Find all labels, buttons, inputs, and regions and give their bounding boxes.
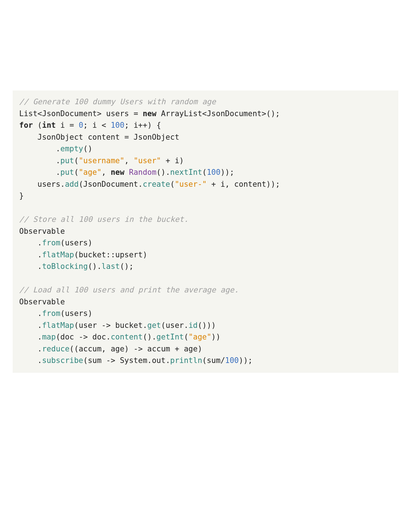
token-punct: :: [106, 250, 115, 259]
token-punct: / [220, 356, 225, 365]
token-type: JsonDocument [42, 109, 97, 118]
token-type: Observable [19, 227, 65, 236]
token-punct: ( [79, 180, 83, 189]
token-plain: sum [88, 356, 106, 365]
token-method: content [111, 333, 143, 341]
token-method: from [42, 238, 60, 247]
token-plain: . [19, 250, 42, 259]
token-method: map [42, 333, 56, 341]
token-punct: + [166, 156, 175, 165]
token-method: reduce [42, 345, 69, 353]
token-plain: ( [33, 121, 42, 130]
token-plain: . [19, 262, 42, 271]
token-plain [124, 168, 129, 177]
token-punct: ( [161, 321, 166, 330]
token-punct: = [134, 109, 143, 118]
token-plain: upsert [115, 250, 143, 259]
token-punct: . [166, 356, 170, 365]
token-plain: content [234, 180, 266, 189]
token-punct: ( [56, 333, 60, 341]
token-punct: (). [88, 262, 102, 271]
token-punct: ; [83, 121, 92, 130]
token-method: toBlocking [42, 262, 88, 271]
token-punct: (( [69, 345, 79, 353]
token-method: id [188, 321, 198, 330]
token-plain: age [111, 345, 124, 353]
token-punct: , [124, 156, 134, 165]
token-punct: ( [74, 168, 79, 177]
token-method: from [42, 309, 60, 318]
token-punct: )); [220, 168, 234, 177]
code-content: // Generate 100 dummy Users with random … [19, 97, 280, 365]
token-punct: ++) { [138, 121, 161, 130]
token-punct: ( [74, 156, 79, 165]
token-plain [156, 109, 161, 118]
token-punct: ) [88, 238, 93, 247]
token-punct: ( [202, 356, 207, 365]
token-punct: () [83, 144, 92, 153]
token-punct: ) [198, 345, 202, 353]
token-keyword: new [111, 168, 124, 177]
token-keyword: new [143, 109, 156, 118]
token-punct: ( [184, 333, 188, 341]
token-punct: , [102, 345, 111, 353]
token-punct: ; [124, 121, 134, 130]
token-keyword: for [19, 121, 33, 130]
token-type: ArrayList [161, 109, 202, 118]
token-punct: . [138, 180, 143, 189]
token-punct: -> [106, 356, 120, 365]
token-punct: ( [60, 309, 65, 318]
token-method: put [60, 156, 74, 165]
token-method: empty [60, 144, 83, 153]
token-method: create [143, 180, 170, 189]
token-plain: JsonObject content [19, 133, 124, 142]
token-string: "user-" [175, 180, 207, 189]
token-punct: < [38, 109, 42, 118]
token-method: get [147, 321, 161, 330]
token-punct: ) -> [124, 345, 147, 353]
token-plain: users [65, 238, 88, 247]
token-plain: i [220, 180, 225, 189]
token-type: JsonDocument [207, 109, 262, 118]
token-punct: ) [88, 309, 93, 318]
token-plain: . [19, 321, 42, 330]
token-plain: age [184, 345, 198, 353]
token-plain: . [19, 356, 42, 365]
token-method: getInt [156, 333, 184, 341]
token-comment: // Load all 100 users and print the aver… [19, 286, 239, 294]
token-plain: sum [207, 356, 220, 365]
token-plain: accum [147, 345, 175, 353]
token-string: "username" [79, 156, 124, 165]
token-punct: (). [156, 168, 170, 177]
token-method: add [65, 180, 79, 189]
token-punct: ( [74, 321, 79, 330]
token-punct: >(); [262, 109, 280, 118]
token-punct: > [97, 109, 102, 118]
token-comment: // Store all 100 users in the bucket. [19, 215, 188, 224]
token-method: subscribe [42, 356, 83, 365]
token-method: nextInt [170, 168, 202, 177]
token-plain: i [134, 121, 138, 130]
token-plain: user [79, 321, 101, 330]
token-plain: . [19, 168, 60, 177]
token-punct: ( [202, 168, 207, 177]
token-number: 100 [111, 121, 124, 130]
token-punct: = [124, 133, 134, 142]
token-method: put [60, 168, 74, 177]
token-plain: doc. [92, 333, 111, 341]
token-plain [207, 180, 211, 189]
token-class: Random [129, 168, 157, 177]
token-punct: < [202, 109, 207, 118]
token-string: "user" [134, 156, 161, 165]
token-punct: ( [83, 356, 88, 365]
token-number: 100 [225, 356, 239, 365]
token-type: List [19, 109, 38, 118]
token-punct: ( [60, 238, 65, 247]
token-plain: users [65, 309, 88, 318]
token-punct: , [225, 180, 234, 189]
token-plain: i [92, 121, 101, 130]
token-punct: -> [79, 333, 92, 341]
token-plain: bucket. [115, 321, 148, 330]
token-punct: (). [143, 333, 156, 341]
token-plain: . [19, 333, 42, 341]
